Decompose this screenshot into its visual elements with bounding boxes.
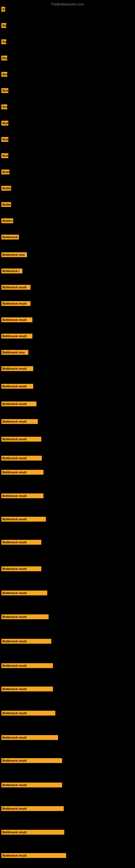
bottleneck-label: Bottleneck result	[1, 566, 41, 571]
bottleneck-label: Bottleneck result	[1, 830, 64, 835]
bottleneck-item: Bottleneck result	[1, 401, 37, 407]
bottleneck-item: Bottleneck result	[1, 493, 43, 499]
bottleneck-label: Bott	[1, 121, 8, 126]
bottleneck-item: Bottleneck result	[1, 686, 53, 692]
bottleneck-item: Bottleneck result	[1, 419, 38, 425]
bottleneck-label: Bottleneck result	[1, 853, 66, 858]
bottleneck-label: Bottleneck result	[1, 758, 62, 763]
bottleneck-label: Bottleneck result	[1, 686, 53, 691]
bottleneck-item: Bottleneck result	[1, 334, 32, 340]
bottleneck-label: Bottleneck result	[1, 419, 38, 424]
bottleneck-item: Bottlen	[1, 218, 13, 224]
bottleneck-item: Bottleneck result	[1, 590, 47, 596]
bottleneck-label: Bottleneck result	[1, 437, 41, 442]
bottleneck-label: Bott	[1, 153, 8, 158]
bottleneck-item: Bottleneck	[1, 235, 19, 241]
bottleneck-item: B	[1, 7, 5, 13]
bottleneck-label: Bottleneck result	[1, 470, 43, 475]
bottleneck-label: Bot	[1, 56, 7, 61]
bottleneck-item: Bottleneck result	[1, 384, 33, 390]
bottleneck-label: Bottleneck result	[1, 663, 53, 668]
bottleneck-label: Bottleneck result	[1, 614, 49, 619]
bottleneck-label: Bottleneck result	[1, 590, 47, 595]
bottleneck-label: Bottleneck result	[1, 735, 58, 740]
bottleneck-label: Bottleneck result	[1, 493, 43, 498]
bottleneck-item: Bottleneck r	[1, 269, 22, 275]
bottleneck-label: Bottl	[1, 169, 9, 175]
bottleneck-item: Bottleneck result	[1, 830, 64, 836]
bottleneck-item: Bot	[1, 104, 7, 111]
bottleneck-label: Bottleneck result	[1, 540, 41, 545]
bottleneck-item: Bottleneck result	[1, 711, 55, 717]
bottleneck-item: Bottleneck result	[1, 566, 41, 572]
bottleneck-label: Bottleneck result	[1, 456, 42, 461]
bottleneck-label: Bottleneck result	[1, 639, 51, 644]
bottleneck-item: Bott	[1, 137, 8, 143]
bottleneck-item: Bot	[1, 56, 7, 62]
bottleneck-label: Bottleneck result	[1, 517, 46, 522]
bottleneck-item: Bottleneck result	[1, 663, 53, 669]
bottleneck-item: Bott	[1, 88, 8, 94]
bottleneck-item: Bottleneck result	[1, 517, 46, 523]
bottleneck-label: Bottleneck result	[1, 334, 32, 339]
bottleneck-label: Bottleneck result	[1, 401, 37, 406]
bottleneck-item: Bottl	[1, 169, 9, 176]
bottleneck-item: Bottleneck result	[1, 470, 43, 476]
bottleneck-label: Bottlen	[1, 218, 13, 223]
bottleneck-item: Bottleneck result	[1, 853, 66, 859]
bottleneck-item: Bottleneck result	[1, 782, 62, 788]
bottleneck-label: Bot	[1, 104, 7, 109]
bottleneck-item: Bottleneck resu	[1, 252, 27, 258]
bottleneck-label: Bottleneck resu	[1, 252, 27, 257]
bottleneck-item: Bottleneck result	[1, 285, 31, 291]
bottleneck-label: Bottleneck result	[1, 782, 62, 787]
bottleneck-item: Bottleneck result	[1, 366, 33, 372]
bottleneck-label: Bott	[1, 88, 8, 93]
bottleneck-item: Bottleneck result	[1, 758, 62, 764]
bottleneck-label: Bottleneck result	[1, 806, 64, 811]
bottleneck-label: Bot	[1, 72, 7, 77]
bottleneck-item: Bottleneck result	[1, 301, 31, 307]
bottleneck-label: Bo	[1, 39, 6, 44]
bottleneck-label: Bottleneck result	[1, 301, 31, 306]
bottleneck-label: Bottle	[1, 202, 11, 207]
bottleneck-item: Bo	[1, 23, 6, 29]
bottleneck-label: Bottleneck result	[1, 384, 33, 389]
bottleneck-item: Bottleneck result	[1, 317, 32, 323]
bottleneck-item: Bottleneck result	[1, 456, 42, 462]
bottleneck-label: Bott	[1, 137, 8, 142]
bottleneck-item: Bottle	[1, 186, 11, 192]
bottleneck-label: Bo	[1, 23, 6, 28]
bottleneck-item: Bottleneck result	[1, 540, 41, 546]
bottleneck-item: Bo	[1, 39, 6, 45]
bottleneck-item: Bottleneck result	[1, 614, 49, 620]
bottleneck-label: Bottleneck result	[1, 711, 55, 716]
bottleneck-item: Bott	[1, 153, 8, 159]
bottleneck-item: Bott	[1, 121, 8, 127]
bottleneck-label: Bottleneck result	[1, 366, 33, 371]
bottleneck-label: Bottle	[1, 186, 11, 191]
bottleneck-label: B	[1, 7, 5, 12]
bottleneck-label: Bottleneck	[1, 235, 19, 240]
bottleneck-label: Bottleneck result	[1, 317, 32, 322]
bottleneck-item: Bottleneck result	[1, 437, 41, 443]
bottleneck-item: Bot	[1, 72, 7, 78]
bottleneck-item: Bottleneck result	[1, 806, 64, 812]
bottleneck-item: Bottle	[1, 202, 11, 208]
bottleneck-item: Bottleneck result	[1, 639, 51, 645]
bottleneck-item: Bottleneck resu	[1, 350, 28, 356]
site-title: TheBottlenecker.com	[0, 0, 135, 7]
bottleneck-item: Bottleneck result	[1, 735, 58, 741]
bottleneck-label: Bottleneck r	[1, 269, 22, 273]
bottleneck-label: Bottleneck result	[1, 285, 31, 290]
bottleneck-label: Bottleneck resu	[1, 350, 28, 355]
